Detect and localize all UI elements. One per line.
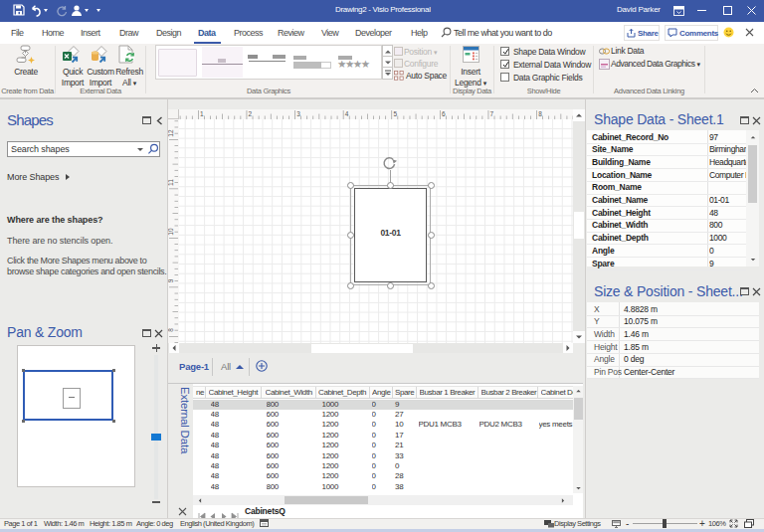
svg-text:12: 12 <box>168 129 174 137</box>
svg-text:10: 10 <box>168 228 174 236</box>
svg-text:11: 11 <box>168 179 174 186</box>
svg-text:8: 8 <box>168 328 174 332</box>
svg-text:4: 4 <box>345 110 349 117</box>
svg-text:3: 3 <box>296 110 300 117</box>
svg-text:1: 1 <box>200 110 204 117</box>
svg-text:8: 8 <box>538 110 542 117</box>
svg-text:2: 2 <box>249 110 253 117</box>
svg-text:6: 6 <box>442 110 446 117</box>
svg-text:9: 9 <box>168 278 174 282</box>
svg-text:7: 7 <box>490 110 494 117</box>
svg-text:5: 5 <box>393 110 397 117</box>
